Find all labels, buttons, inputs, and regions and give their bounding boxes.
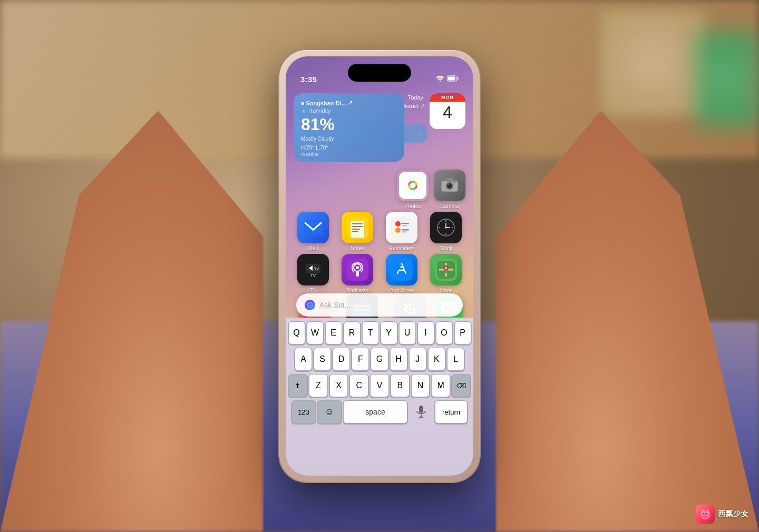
svg-rect-30: [402, 223, 409, 224]
app-mail-wrap[interactable]: Mail: [294, 212, 333, 251]
key-x[interactable]: X: [330, 375, 348, 397]
svg-rect-3: [448, 76, 455, 80]
app-maps[interactable]: [430, 254, 462, 285]
watermark-logo: [696, 505, 715, 524]
key-emoji[interactable]: ☺: [318, 401, 341, 423]
app-mail-label: Mail: [308, 245, 318, 251]
svg-text:TV: TV: [310, 273, 316, 278]
svg-point-86: [705, 515, 706, 516]
key-f[interactable]: F: [352, 348, 368, 370]
app-notes[interactable]: [342, 212, 373, 243]
svg-rect-34: [402, 231, 407, 233]
app-maps-label: Maps: [440, 288, 452, 293]
app-photos-wrap[interactable]: Photos: [397, 170, 429, 209]
weather-humidity-value: 81%: [301, 116, 397, 133]
app-reminders-wrap[interactable]: Reminders: [382, 212, 421, 251]
status-time: 3:35: [300, 75, 317, 84]
key-u[interactable]: U: [400, 322, 415, 344]
key-g[interactable]: G: [371, 348, 387, 370]
app-camera-wrap[interactable]: Camera: [434, 170, 465, 209]
key-delete[interactable]: ⌫: [452, 375, 470, 397]
key-s[interactable]: S: [314, 348, 330, 370]
app-tv[interactable]: TV TV: [297, 254, 329, 285]
app-camera[interactable]: [434, 170, 465, 201]
svg-rect-25: [352, 226, 363, 227]
key-k[interactable]: K: [429, 348, 445, 370]
weather-location: ≡ Songshan Di... ↗: [301, 100, 397, 106]
dynamic-island: [348, 64, 411, 82]
app-appstore-wrap[interactable]: App Store: [382, 254, 421, 293]
svg-text:TV: TV: [314, 267, 319, 271]
key-c[interactable]: C: [350, 375, 368, 397]
app-clock[interactable]: [430, 212, 462, 243]
key-return[interactable]: return: [435, 401, 467, 423]
key-o[interactable]: O: [436, 322, 452, 344]
key-l[interactable]: L: [447, 348, 464, 370]
app-notes-wrap[interactable]: Notes: [338, 212, 377, 251]
key-space[interactable]: space: [344, 401, 407, 423]
key-v[interactable]: V: [371, 375, 388, 397]
svg-point-11: [410, 183, 415, 188]
keyboard-row-2: A S D F G H J K L: [289, 348, 470, 370]
app-tv-wrap[interactable]: TV TV TV: [294, 254, 333, 293]
svg-rect-28: [391, 216, 413, 239]
key-a[interactable]: A: [295, 348, 312, 370]
phone-wrapper: 3:35: [279, 50, 480, 482]
status-icons: [436, 75, 459, 83]
svg-point-77: [307, 302, 313, 308]
key-r[interactable]: R: [344, 322, 360, 344]
app-tv-label: TV: [310, 288, 317, 293]
key-microphone[interactable]: [410, 401, 433, 423]
notification-arrow: ↗: [417, 131, 422, 136]
key-h[interactable]: H: [391, 348, 407, 370]
siri-search-bar[interactable]: Ask Siri...: [296, 293, 463, 317]
key-w[interactable]: W: [307, 322, 323, 344]
app-podcasts[interactable]: [342, 254, 373, 285]
app-appstore[interactable]: [386, 254, 417, 285]
app-reminders-label: Reminders: [389, 245, 414, 251]
key-j[interactable]: J: [410, 348, 426, 370]
siri-placeholder: Ask Siri...: [319, 301, 351, 309]
key-shift[interactable]: ⬆: [289, 375, 307, 397]
key-n[interactable]: N: [412, 375, 430, 397]
svg-rect-78: [419, 406, 423, 413]
key-m[interactable]: M: [432, 375, 450, 397]
key-q[interactable]: Q: [289, 322, 305, 344]
phone-body: 3:35: [279, 50, 480, 482]
svg-rect-31: [402, 225, 407, 226]
svg-point-59: [445, 267, 447, 269]
wifi-icon: [436, 75, 444, 83]
key-123[interactable]: 123: [292, 401, 315, 423]
watermark: 西瓢少女: [696, 505, 748, 524]
svg-point-29: [395, 221, 401, 226]
key-e[interactable]: E: [326, 322, 342, 344]
svg-point-85: [706, 513, 708, 515]
app-podcasts-label: Podcasts: [346, 288, 368, 293]
battery-icon: [447, 75, 459, 83]
key-d[interactable]: D: [333, 348, 349, 370]
home-content: ≡ Songshan Di... ↗ MON 4 Today Songshan …: [286, 88, 473, 476]
app-reminders[interactable]: [386, 212, 417, 243]
calendar-date: 4: [443, 103, 452, 122]
svg-rect-52: [356, 271, 359, 277]
key-z[interactable]: Z: [309, 375, 327, 397]
svg-point-18: [448, 184, 449, 185]
bg-items: [601, 11, 706, 116]
app-photos[interactable]: [397, 170, 429, 201]
key-i[interactable]: I: [418, 322, 434, 344]
key-t[interactable]: T: [363, 322, 378, 344]
app-podcasts-wrap[interactable]: Podcasts: [338, 254, 377, 293]
svg-point-19: [453, 181, 455, 183]
weather-widget[interactable]: ≡ Songshan Di... ↗ 💧 Humidity 81% Mostly…: [294, 93, 404, 162]
svg-point-84: [703, 513, 705, 515]
app-maps-wrap[interactable]: Maps: [426, 254, 465, 293]
key-y[interactable]: Y: [381, 322, 397, 344]
app-mail[interactable]: [297, 212, 329, 243]
app-row-1: Photos: [294, 170, 465, 209]
app-clock-wrap[interactable]: Clock: [426, 212, 465, 251]
svg-point-51: [356, 266, 359, 269]
weather-humidity-label: 💧 Humidity: [301, 107, 397, 114]
key-b[interactable]: B: [391, 375, 409, 397]
key-p[interactable]: P: [455, 322, 471, 344]
calendar-widget[interactable]: MON 4: [430, 93, 465, 129]
